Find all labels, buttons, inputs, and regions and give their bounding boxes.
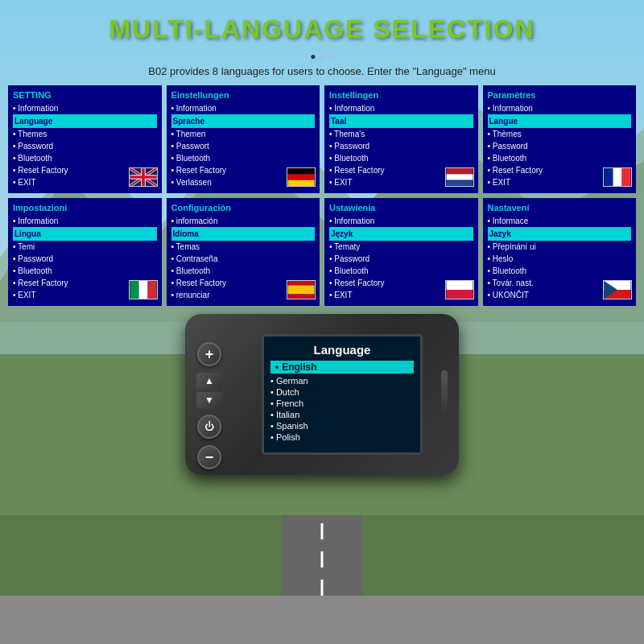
item-language-nl: Taal	[329, 114, 473, 128]
item-password-it: • Password	[13, 253, 157, 265]
item-language-fr: Langue	[488, 114, 632, 128]
svg-rect-34	[446, 290, 473, 299]
item-language-de: Sprache	[171, 114, 316, 128]
item-bluetooth-pl: • Bluetooth	[329, 265, 473, 277]
item-themes-cz: • Přepínání ui	[488, 241, 632, 253]
item-bluetooth-it: • Bluetooth	[13, 265, 157, 277]
screen-item-dutch: Dutch	[270, 386, 414, 398]
svg-rect-30	[288, 281, 315, 286]
right-grip	[441, 370, 448, 419]
item-language-es: Idioma	[171, 227, 316, 241]
item-themes-de: • Themen	[171, 128, 316, 140]
pagination-dots: ● ○ ○	[0, 49, 644, 62]
item-information-es: • información	[171, 215, 316, 227]
flag-es	[287, 280, 316, 299]
item-information-pl: • Information	[329, 215, 473, 227]
svg-rect-18	[288, 168, 315, 174]
item-bluetooth-cz: • Bluetooth	[488, 265, 632, 277]
item-password-cz: • Heslo	[488, 253, 632, 265]
flag-uk	[129, 167, 158, 187]
down-button[interactable]: ▼	[196, 392, 222, 408]
item-information-cz: • Informace	[488, 215, 632, 227]
card-italian: Impostazioni • Information Lingua • Temi…	[8, 198, 162, 306]
svg-rect-25	[613, 168, 622, 186]
flag-pl	[445, 280, 474, 299]
device-screen: Language •English German Dutch French It…	[262, 334, 423, 455]
card-english: SETTING • Information Language • Themes …	[8, 85, 162, 193]
flag-nl	[445, 167, 474, 187]
flag-de	[287, 167, 316, 187]
minus-button[interactable]: −	[197, 445, 221, 469]
card-polish: Ustawienia • Information Język • Tematy …	[324, 198, 478, 306]
flag-it	[129, 280, 158, 299]
svg-rect-33	[446, 281, 473, 290]
screen-item-french: French	[270, 398, 414, 409]
page-title: MULTI-LANGUAGE SELECTION	[0, 0, 644, 44]
svg-rect-26	[622, 168, 631, 186]
screen-title: Language	[270, 343, 414, 357]
card-title-dutch: Instellingen	[329, 90, 473, 100]
item-language-cz: Jazyk	[488, 227, 632, 241]
card-title-german: Einstellungen	[171, 90, 316, 100]
svg-rect-24	[605, 168, 613, 186]
item-password-es: • Contraseña	[171, 253, 316, 265]
background: MULTI-LANGUAGE SELECTION ● ○ ○ B02 provi…	[0, 0, 644, 644]
svg-rect-31	[288, 286, 315, 295]
item-language-pl: Język	[329, 227, 473, 241]
item-information-de: • Information	[171, 102, 316, 114]
screen-item-spanish: Spanish	[270, 420, 414, 431]
subtitle-text: B02 provides 8 languages for users to ch…	[0, 65, 644, 77]
power-button[interactable]: ⏻	[197, 415, 221, 439]
item-themes-pl: • Tematy	[329, 241, 473, 253]
screen-selected-item: •English	[270, 361, 414, 374]
card-czech: Nastavení • Informace Jazyk • Přepínání …	[483, 198, 637, 306]
item-bluetooth-es: • Bluetooth	[171, 265, 316, 277]
svg-rect-29	[147, 281, 156, 299]
item-password-de: • Passwort	[171, 140, 316, 152]
item-information-it: • Information	[13, 215, 157, 227]
device-container: + ▲ ▼ ⏻ − Language •English Ger	[0, 314, 644, 475]
item-password-en: • Password	[13, 140, 157, 152]
flag-fr	[603, 167, 632, 187]
device: + ▲ ▼ ⏻ − Language •English Ger	[185, 314, 459, 475]
card-french: Paramètres • Information Langue • Thèmes…	[483, 85, 637, 193]
item-bluetooth-fr: • Bluetooth	[488, 152, 632, 164]
card-spanish: Configuración • información Idioma • Tem…	[167, 198, 320, 306]
item-password-nl: • Password	[329, 140, 473, 152]
card-title-french: Paramètres	[488, 90, 632, 100]
card-title-english: SETTING	[13, 90, 157, 100]
svg-rect-27	[130, 281, 138, 299]
svg-rect-19	[288, 174, 315, 180]
svg-rect-23	[446, 180, 473, 186]
item-information-nl: • Information	[329, 102, 473, 114]
card-title-italian: Impostazioni	[13, 203, 157, 213]
plus-button[interactable]: +	[197, 342, 221, 366]
item-themes-en: • Themes	[13, 128, 157, 140]
svg-rect-28	[138, 281, 147, 299]
item-information-en: • Information	[13, 102, 157, 114]
svg-rect-21	[446, 168, 473, 174]
card-title-czech: Nastavení	[488, 203, 632, 213]
svg-rect-32	[288, 295, 315, 299]
item-language-it: Lingua	[13, 227, 157, 241]
item-language-en: Language	[13, 114, 157, 128]
item-themes-es: • Temas	[171, 241, 316, 253]
card-title-polish: Ustawienia	[329, 203, 473, 213]
item-themes-nl: • Thema's	[329, 128, 473, 140]
card-german: Einstellungen • Information Sprache • Th…	[167, 85, 320, 193]
item-password-pl: • Password	[329, 253, 473, 265]
svg-rect-22	[446, 174, 473, 180]
item-themes-fr: • Thèmes	[488, 128, 632, 140]
screen-item-german: German	[270, 375, 414, 386]
card-title-spanish: Configuración	[171, 203, 316, 213]
item-bluetooth-nl: • Bluetooth	[329, 152, 473, 164]
svg-rect-20	[288, 180, 315, 186]
item-bluetooth-en: • Bluetooth	[13, 152, 157, 164]
screen-item-polish: Polish	[270, 431, 414, 443]
up-button[interactable]: ▲	[196, 373, 222, 389]
item-password-fr: • Password	[488, 140, 632, 152]
screen-item-italian: Italian	[270, 409, 414, 420]
item-information-fr: • Information	[488, 102, 632, 114]
card-dutch: Instellingen • Information Taal • Thema'…	[324, 85, 478, 193]
flag-cz	[603, 280, 632, 299]
